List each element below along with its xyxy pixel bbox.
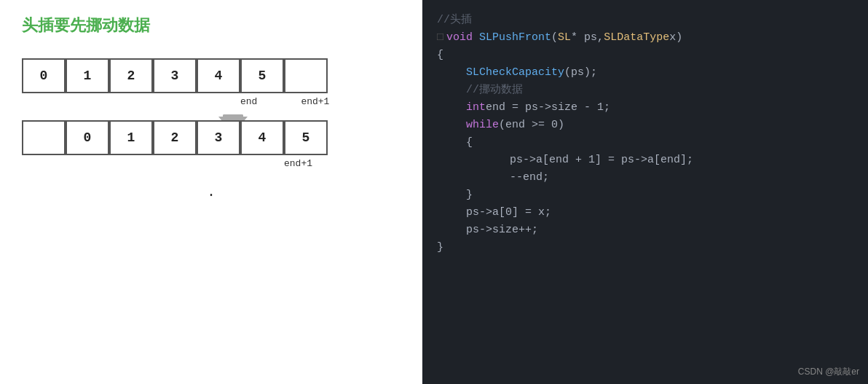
keyword-int: int (466, 99, 486, 117)
param-x: x) (669, 29, 682, 47)
keyword-while: while (466, 117, 499, 134)
ptr-ps: * ps, (571, 29, 604, 47)
code-line-while-brace-close: } (434, 187, 868, 204)
label-end: end (240, 96, 257, 107)
array-row-2: 0 1 2 3 4 5 (22, 120, 401, 155)
type-sl: SL (558, 29, 571, 47)
cell2-1: 1 (109, 120, 153, 155)
while-cond: (end >= 0) (499, 117, 564, 134)
cell2-5: 5 (284, 120, 328, 155)
code-block: //头插 □ void SLPushFront ( SL * ps, SLDat… (434, 12, 868, 256)
cell2-4: 4 (240, 120, 284, 155)
code-line-check-cap: SLCheckCapacity (ps); (434, 64, 868, 82)
code-line-decrement: --end; (434, 169, 868, 187)
comment-move: //挪动数据 (466, 82, 523, 99)
code-line-fn-decl: □ void SLPushFront ( SL * ps, SLDataType… (434, 29, 868, 47)
code-line-size-inc: ps->size++; (434, 222, 868, 239)
cell-3: 3 (153, 58, 197, 93)
fn-check-capacity: SLCheckCapacity (466, 64, 564, 82)
fn-brace-close: } (437, 239, 443, 256)
while-brace-close: } (466, 187, 473, 204)
label-end-plus-1-2: end+1 (284, 158, 312, 169)
cell-empty (284, 58, 328, 93)
array-shift-stmt: ps->a[end + 1] = ps->a[end]; (510, 152, 693, 169)
left-panel: 头插要先挪动数据 0 1 2 3 4 5 end end+1 0 1 2 (0, 0, 422, 384)
cell-5: 5 (240, 58, 284, 93)
cell-0: 0 (22, 58, 66, 93)
array-row-1: 0 1 2 3 4 5 (22, 58, 401, 93)
fold-marker: □ (437, 29, 443, 47)
size-inc-stmt: ps->size++; (466, 222, 538, 239)
cell2-0: 0 (66, 120, 109, 155)
code-line-array-shift: ps->a[end + 1] = ps->a[end]; (434, 152, 868, 169)
label-end-plus-1: end+1 (301, 96, 329, 107)
brace-open: { (437, 47, 443, 64)
fn-name: SLPushFront (479, 29, 551, 47)
cell2-3: 3 (197, 120, 240, 155)
decrement-end: --end; (510, 169, 549, 187)
diagram-title: 头插要先挪动数据 (22, 15, 401, 36)
check-cap-args: (ps); (564, 64, 597, 82)
code-line-comment-move: //挪动数据 (434, 82, 868, 99)
code-line-while: while (end >= 0) (434, 117, 868, 134)
code-line-set-a0: ps->a[0] = x; (434, 204, 868, 222)
cell-empty-2 (22, 120, 66, 155)
end-assign: end = ps->size - 1; (486, 99, 610, 117)
while-brace-open: { (466, 134, 473, 152)
set-a0-stmt: ps->a[0] = x; (466, 204, 551, 222)
dot-separator: . (22, 184, 401, 200)
code-editor-panel: //头插 □ void SLPushFront ( SL * ps, SLDat… (422, 0, 868, 384)
array-after: 0 1 2 3 4 5 end+1 (22, 120, 401, 169)
array-before: 0 1 2 3 4 5 end end+1 (22, 58, 401, 107)
cell2-2: 2 (153, 120, 197, 155)
cell-1: 1 (66, 58, 109, 93)
watermark: CSDN @敲敲er (798, 366, 859, 378)
cell-4: 4 (197, 58, 240, 93)
code-line-fn-brace-close: } (434, 239, 868, 256)
code-line-comment-header: //头插 (434, 12, 868, 29)
keyword-void: void (446, 29, 473, 47)
type-sldatatype: SLDataType (604, 29, 669, 47)
cell-2: 2 (109, 58, 153, 93)
comment-header: //头插 (437, 12, 472, 29)
code-line-while-brace-open: { (434, 134, 868, 152)
paren-open: ( (551, 29, 558, 47)
code-line-brace-open: { (434, 47, 868, 64)
code-line-int-end: int end = ps->size - 1; (434, 99, 868, 117)
